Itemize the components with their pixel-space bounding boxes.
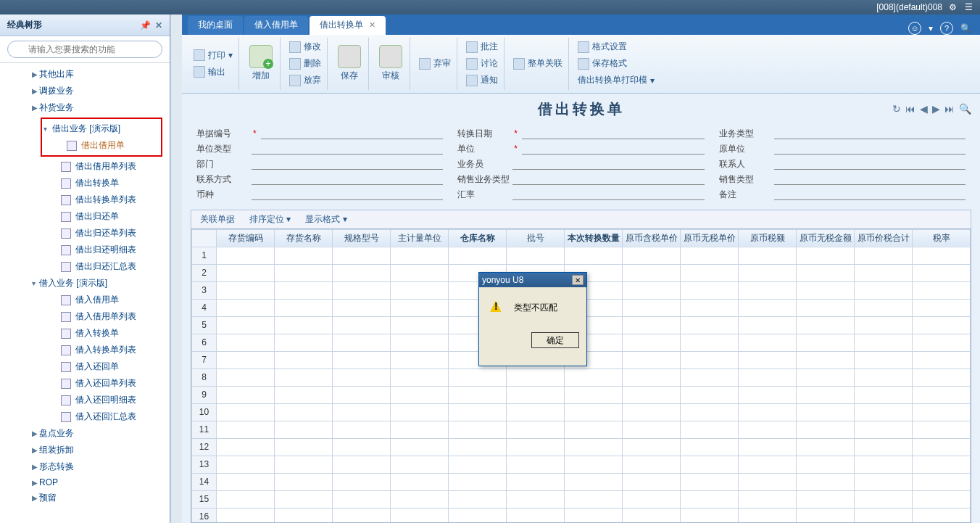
audit-button[interactable]: 审核 (375, 44, 407, 83)
tree-item[interactable]: 借出借用单列表 (4, 158, 170, 175)
input-unit[interactable] (522, 143, 705, 155)
dialog-ok-button[interactable]: 确定 (531, 332, 579, 348)
tab[interactable]: 借入借用单 (244, 16, 308, 35)
abandon-audit-button[interactable]: 弃审 (416, 56, 454, 71)
tree-item[interactable]: 借入还回单列表 (4, 375, 170, 392)
nav-next-icon[interactable]: ▶ (932, 103, 940, 115)
input-contact-way[interactable] (252, 173, 443, 185)
tab[interactable]: 我的桌面 (188, 16, 243, 35)
notify-button[interactable]: 通知 (463, 73, 501, 88)
grid-header[interactable]: 本次转换数量 (565, 229, 623, 247)
save-format-button[interactable]: 保存格式 (575, 56, 657, 71)
nav-first-icon[interactable]: ⏮ (905, 103, 915, 115)
tree-item[interactable]: 借出归还单 (4, 208, 170, 225)
nav-refresh-icon[interactable]: ↻ (892, 103, 901, 115)
format-set-button[interactable]: 格式设置 (575, 39, 657, 54)
tree-item[interactable]: 借出转换单列表 (4, 192, 170, 208)
input-dept[interactable] (252, 158, 443, 170)
grid-header[interactable]: 原币税额 (739, 229, 797, 247)
grid-header[interactable] (192, 229, 217, 247)
tree-item[interactable]: ▶形态转换 (4, 458, 170, 475)
table-row[interactable]: 16 (192, 508, 971, 523)
modify-button[interactable]: 修改 (286, 39, 324, 54)
remark-button[interactable]: 批注 (463, 39, 501, 54)
input-date[interactable] (522, 128, 705, 139)
tree-item[interactable]: 借入还回汇总表 (4, 408, 170, 425)
table-row[interactable]: 12 (192, 438, 971, 456)
close-sidebar-icon[interactable]: ✕ (155, 20, 162, 30)
tree-parent-lend-in[interactable]: ▾ 借入业务 [演示版] (4, 275, 170, 292)
table-row[interactable]: 15 (192, 490, 971, 508)
pin-icon[interactable]: 📌 (140, 20, 151, 30)
input-currency[interactable] (252, 189, 443, 200)
dialog-titlebar[interactable]: yonyou U8 ✕ (479, 273, 586, 287)
input-doc-no[interactable] (261, 128, 444, 139)
input-unit-type[interactable] (252, 143, 443, 155)
help-icon[interactable]: ? (940, 22, 953, 35)
tree-item[interactable]: 借入转换单列表 (4, 342, 170, 358)
table-row[interactable]: 1 (192, 247, 971, 264)
tree-item[interactable]: ▶补货业务 (4, 99, 170, 116)
table-row[interactable]: 14 (192, 473, 971, 490)
input-biz-type[interactable] (774, 128, 966, 139)
input-sale-biz-type[interactable] (512, 173, 704, 185)
input-contact[interactable] (774, 158, 966, 170)
input-sale-type[interactable] (774, 173, 966, 185)
grid-header[interactable]: 存货名称 (275, 229, 333, 247)
dialog-close-button[interactable]: ✕ (572, 275, 584, 285)
tree-item[interactable]: ▶盘点业务 (4, 425, 170, 442)
whole-link-button[interactable]: 整单关联 (510, 56, 565, 71)
grid-header[interactable]: 原币含税单价 (623, 229, 681, 247)
table-row[interactable]: 8 (192, 368, 971, 386)
table-row[interactable]: 10 (192, 403, 971, 421)
grid-header[interactable]: 存货编码 (217, 229, 275, 247)
delete-button[interactable]: 删除 (286, 56, 324, 71)
tree-item[interactable]: ▶预留 (4, 490, 170, 506)
tree-item[interactable]: 借入转换单 (4, 325, 170, 342)
smile-icon[interactable]: ☺ (908, 22, 921, 35)
add-button[interactable]: 增加 (245, 44, 277, 83)
search-input[interactable] (7, 41, 162, 58)
tree-item[interactable]: 借入借用单列表 (4, 308, 170, 325)
tree-item[interactable]: 借出转换单 (4, 175, 170, 192)
grid-header[interactable]: 税率 (913, 229, 971, 247)
nav-last-icon[interactable]: ⏭ (944, 103, 955, 115)
tree-item[interactable]: ▶组装拆卸 (4, 442, 170, 458)
grid-header[interactable]: 规格型号 (333, 229, 391, 247)
sidebar-scrollbar[interactable] (170, 15, 182, 523)
discard-button[interactable]: 放弃 (286, 73, 324, 88)
grid-header[interactable]: 主计量单位 (391, 229, 449, 247)
tab-close-icon[interactable]: ✕ (369, 20, 375, 30)
tree-item[interactable]: 借出归还单列表 (4, 225, 170, 242)
table-row[interactable]: 9 (192, 386, 971, 403)
input-orig-unit[interactable] (774, 143, 966, 155)
titlebar-icon-2[interactable]: ☰ (963, 1, 974, 13)
save-button[interactable]: 保存 (333, 44, 365, 83)
link-doc-button[interactable]: 关联单据 (200, 213, 235, 226)
print-template-button[interactable]: 借出转换单打印模 ▾ (575, 73, 657, 88)
tabs-dropdown-icon[interactable]: ▾ (929, 23, 933, 33)
sort-button[interactable]: 排序定位 ▾ (249, 213, 291, 226)
tree-item-lend-out-form[interactable]: 借出借用单 (45, 137, 158, 154)
nav-prev-icon[interactable]: ◀ (920, 103, 928, 115)
grid-header[interactable]: 原币无税金额 (797, 229, 855, 247)
nav-zoom-icon[interactable]: 🔍 (959, 103, 971, 115)
grid-header[interactable]: 批号 (507, 229, 565, 247)
input-rate[interactable] (512, 189, 704, 200)
tree-item[interactable]: ▶ROP (4, 475, 170, 490)
table-row[interactable]: 13 (192, 456, 971, 473)
tree-item[interactable]: 借入还回单 (4, 358, 170, 375)
tree-item[interactable]: 借出归还汇总表 (4, 258, 170, 275)
input-remark[interactable] (774, 189, 966, 200)
tree-item[interactable]: 借入借用单 (4, 292, 170, 308)
grid-header[interactable]: 仓库名称 (449, 229, 507, 247)
search-tab-icon[interactable]: 🔍 (960, 23, 971, 33)
tree-item[interactable]: ▶调拨业务 (4, 83, 170, 99)
input-salesman[interactable] (512, 158, 704, 170)
titlebar-icon-1[interactable]: ⚙ (947, 1, 958, 13)
output-button[interactable]: 输出 (191, 65, 236, 80)
tree-item[interactable]: 借出归还明细表 (4, 242, 170, 258)
grid-header[interactable]: 原币价税合计 (855, 229, 913, 247)
tree-parent-lend-out[interactable]: ▾ 借出业务 [演示版] (45, 120, 158, 137)
tree-item[interactable]: ▶其他出库 (4, 66, 170, 83)
